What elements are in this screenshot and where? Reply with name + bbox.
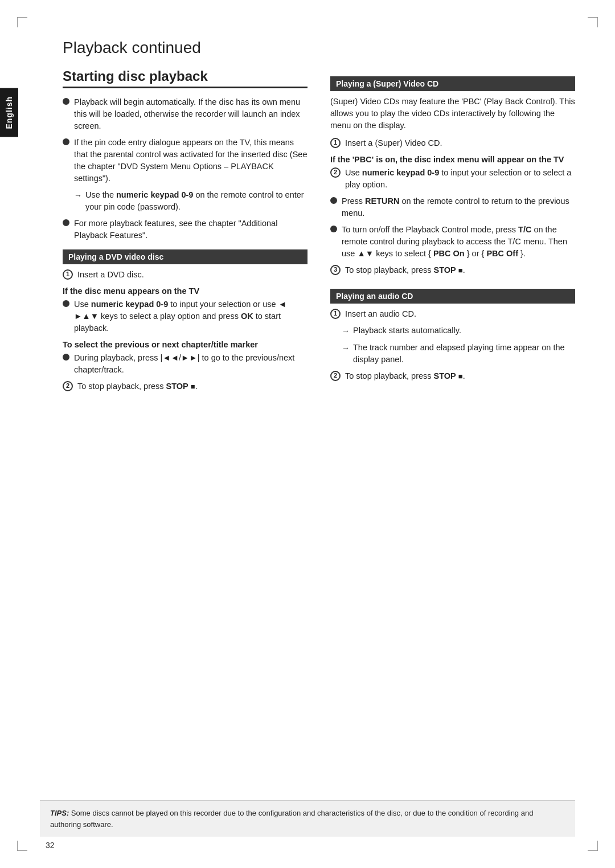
audio-cd-bar: Playing an audio CD: [330, 289, 575, 304]
bullet-dot: [63, 219, 69, 226]
tips-label: TIPS:: [50, 809, 69, 817]
step-number-1: 1: [330, 138, 341, 148]
tips-text: Some discs cannot be played on this reco…: [50, 809, 533, 829]
dvd-numeric-text: Use numeric keypad 0-9 to input your sel…: [74, 298, 308, 334]
super-vcd-step2: 2 Use numeric keypad 0-9 to input your s…: [330, 167, 575, 191]
step-number-2: 2: [330, 371, 341, 381]
bullet-dot: [63, 354, 69, 361]
return-text: Press RETURN on the remote control to re…: [342, 195, 575, 219]
bullet-dot: [63, 98, 69, 105]
audio-cd-step2: 2 To stop playback, press STOP .: [330, 370, 575, 382]
audio-cd-arrow1-text: Playback starts automatically.: [353, 325, 461, 337]
bullet-more-features: For more playback features, see the chap…: [63, 218, 308, 241]
audio-cd-step1-text: Insert an audio CD.: [345, 308, 416, 320]
right-column: Playing a (Super) Video CD (Super) Video…: [330, 68, 575, 397]
bullet-dot: [63, 138, 69, 145]
arrow-icon: →: [74, 190, 82, 201]
bullet-dot: [330, 197, 337, 204]
super-vcd-step1-text: Insert a (Super) Video CD.: [345, 137, 442, 149]
page-number: 32: [46, 841, 55, 850]
dvd-chapter-text: During playback, press |◄◄/►►| to go to …: [74, 352, 308, 376]
bullet-autoplay-text: Playback will begin automatically. If th…: [74, 96, 308, 132]
bullet-autoplay: Playback will begin automatically. If th…: [63, 96, 308, 132]
audio-cd-step2-text: To stop playback, press STOP .: [345, 370, 465, 382]
step-number-1: 1: [63, 269, 73, 280]
stop-icon: [458, 371, 463, 380]
dvd-section-bar: Playing a DVD video disc: [63, 249, 308, 264]
step-number-2: 2: [63, 381, 73, 391]
section-title-starting-disc: Starting disc playback: [63, 68, 308, 88]
super-vcd-step3-text: To stop playback, press STOP .: [345, 264, 465, 276]
audio-cd-arrow2-text: The track number and elapsed playing tim…: [353, 342, 575, 366]
bullet-numeric-keypad: → Use the numeric keypad 0-9 on the remo…: [74, 189, 308, 213]
dvd-if-heading: If the disc menu appears on the TV: [63, 286, 308, 296]
stop-icon: [458, 265, 463, 275]
step-number-1: 1: [330, 309, 341, 319]
bullet-dot: [63, 300, 69, 307]
dvd-step1-text: Insert a DVD disc.: [77, 269, 144, 281]
bullet-more-features-text: For more playback features, see the chap…: [74, 218, 308, 241]
super-vcd-bar: Playing a (Super) Video CD: [330, 76, 575, 91]
return-bullet: Press RETURN on the remote control to re…: [330, 195, 575, 219]
dvd-step2-text: To stop playback, press STOP .: [77, 380, 198, 392]
audio-cd-arrow2: → The track number and elapsed playing t…: [342, 342, 575, 366]
bullet-pincode: If the pin code entry dialogue appears o…: [63, 137, 308, 185]
super-vcd-step2-text: Use numeric keypad 0-9 to input your sel…: [345, 167, 575, 191]
step-number-3: 3: [330, 265, 341, 275]
arrow-icon: →: [342, 325, 350, 337]
page-title: Playback continued: [63, 34, 575, 58]
dvd-chapter-bullet: During playback, press |◄◄/►►| to go to …: [63, 352, 308, 376]
bullet-pincode-text: If the pin code entry dialogue appears o…: [74, 137, 308, 185]
pbc-heading: If the 'PBC' is on, the disc index menu …: [330, 155, 575, 164]
dvd-numeric-bullet: Use numeric keypad 0-9 to input your sel…: [63, 298, 308, 334]
audio-cd-arrow1: → Playback starts automatically.: [342, 325, 575, 337]
tc-text: To turn on/off the Playback Control mode…: [342, 224, 575, 260]
super-vcd-intro: (Super) Video CDs may feature the 'PBC' …: [330, 96, 575, 132]
dvd-chapter-heading: To select the previous or next chapter/t…: [63, 340, 308, 349]
stop-icon: [191, 382, 195, 391]
audio-cd-step1: 1 Insert an audio CD.: [330, 308, 575, 320]
super-vcd-step3: 3 To stop playback, press STOP .: [330, 264, 575, 276]
dvd-step1: 1 Insert a DVD disc.: [63, 269, 308, 281]
tc-bullet: To turn on/off the Playback Control mode…: [330, 224, 575, 260]
bullet-dot: [330, 226, 337, 232]
left-column: Starting disc playback Playback will beg…: [63, 68, 308, 397]
arrow-icon: →: [342, 342, 350, 354]
dvd-step2: 2 To stop playback, press STOP .: [63, 380, 308, 392]
bullet-numeric-text: Use the numeric keypad 0-9 on the remote…: [85, 189, 308, 213]
tips-box: TIPS: Some discs cannot be played on thi…: [40, 800, 575, 837]
super-vcd-step1: 1 Insert a (Super) Video CD.: [330, 137, 575, 149]
step-number-2: 2: [330, 167, 341, 178]
